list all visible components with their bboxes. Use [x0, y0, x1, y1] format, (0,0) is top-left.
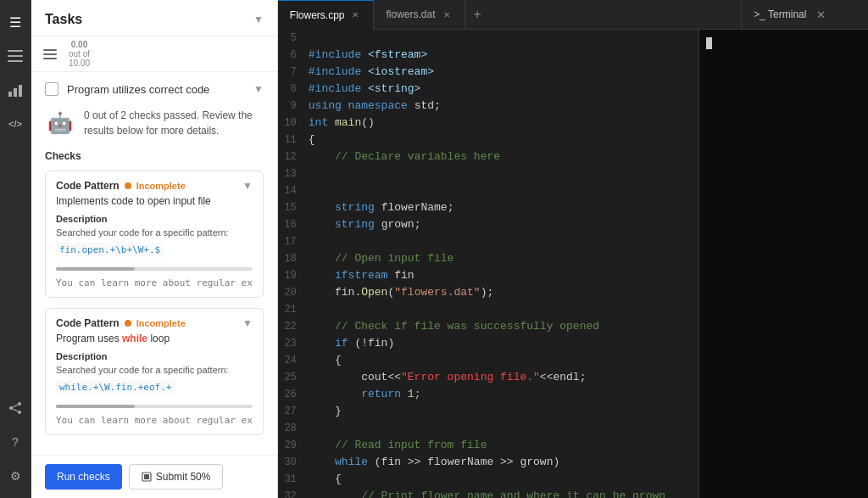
terminal-panel-wrapper [698, 30, 868, 498]
code-editor[interactable]: 5 6#include <fstream>7#include <iostream… [278, 30, 698, 498]
tab-flowers-cpp-label: Flowers.cpp [290, 9, 345, 21]
code-line-8: 8#include <string> [278, 81, 698, 98]
check-card-2-desc-label: Description [56, 351, 253, 361]
robot-row: 🤖 0 out of 2 checks passed. Review the r… [45, 108, 264, 138]
code-line-14: 14 [278, 182, 698, 199]
code-line-26: 26 return 1; [278, 386, 698, 403]
check-card-1: Code Pattern Incomplete ▼ Implements cod… [45, 171, 264, 298]
check-card-2-status-dot [125, 320, 131, 327]
svg-point-7 [9, 406, 13, 410]
task-checkbox[interactable] [45, 82, 58, 96]
tab-flowers-dat-close[interactable]: ✕ [441, 9, 453, 20]
tasks-header: Tasks ▼ [31, 0, 277, 36]
task-chevron-icon: ▼ [253, 83, 264, 95]
svg-rect-2 [8, 60, 23, 62]
svg-rect-4 [14, 88, 17, 97]
svg-rect-15 [144, 474, 149, 479]
check-card-2-pattern: while.+\W.fin.+eof.+ [56, 380, 175, 394]
terminal-tab-area: >_ Terminal ✕ + [741, 0, 868, 29]
line-number-26: 26 [278, 387, 309, 402]
line-number-18: 18 [278, 251, 309, 266]
svg-rect-3 [8, 92, 12, 97]
check-card-2-scrollbar[interactable] [56, 405, 253, 408]
check-card-1-scrollbar[interactable] [56, 267, 253, 271]
sidebar-icon-chart[interactable] [0, 75, 31, 105]
editor-area: Flowers.cpp ✕ flowers.dat ✕ + >_ Termina… [278, 0, 868, 498]
checks-label: Checks [45, 150, 264, 162]
submit-button[interactable]: Submit 50% [129, 464, 224, 490]
svg-rect-1 [8, 55, 23, 57]
tasks-dropdown-icon[interactable]: ▼ [253, 14, 264, 25]
code-line-30: 30 while (fin >> flowerName >> grown) [278, 454, 698, 471]
code-line-28: 28 [278, 420, 698, 437]
line-number-14: 14 [278, 183, 309, 199]
tasks-nav-list-icon[interactable] [38, 42, 62, 66]
check-card-2-collapse-icon[interactable]: ▼ [242, 317, 253, 329]
line-number-19: 19 [278, 268, 309, 283]
add-editor-tab-button[interactable]: + [465, 0, 490, 30]
check-card-1-collapse-icon[interactable]: ▼ [242, 180, 253, 192]
terminal-tab-label[interactable]: >_ Terminal [754, 8, 806, 20]
line-number-9: 9 [278, 98, 309, 114]
svg-line-9 [13, 405, 18, 407]
line-number-31: 31 [278, 472, 309, 487]
sidebar-icon-help[interactable]: ? [0, 427, 31, 457]
code-line-19: 19 ifstream fin [278, 267, 698, 284]
sidebar-icon-share[interactable] [0, 393, 31, 423]
submit-icon [142, 472, 152, 482]
check-card-2-desc-text: Searched your code for a specific patter… [56, 365, 253, 375]
line-number-10: 10 [278, 115, 309, 131]
line-number-6: 6 [278, 48, 309, 63]
code-line-18: 18 // Open input file [278, 250, 698, 267]
submit-label: Submit 50% [156, 471, 211, 483]
code-line-10: 10int main() [278, 115, 698, 131]
code-line-21: 21 [278, 301, 698, 318]
score-total: 10.00 [69, 59, 90, 68]
run-checks-button[interactable]: Run checks [45, 464, 122, 490]
check-card-2-title: Code Pattern Incomplete [56, 317, 186, 329]
svg-point-6 [18, 402, 21, 406]
line-number-29: 29 [278, 438, 309, 453]
line-number-24: 24 [278, 353, 309, 368]
sidebar-icon-list[interactable] [0, 41, 31, 71]
code-line-24: 24 { [278, 352, 698, 369]
sidebar: ☰ </> ? ⚙ [0, 0, 31, 498]
check-card-2-header: Code Pattern Incomplete ▼ [56, 317, 253, 329]
code-line-32: 32 // Print flower name and where it can… [278, 488, 698, 498]
terminal-cursor [706, 37, 712, 49]
terminal-tab-close[interactable]: ✕ [816, 8, 826, 21]
svg-rect-5 [19, 85, 22, 97]
tasks-body: Program utilizes correct code ▼ 🤖 0 out … [31, 72, 277, 455]
sidebar-icon-hamburger[interactable]: ☰ [0, 7, 31, 37]
tasks-nav: 0.00 out of 10.00 [31, 36, 277, 72]
check-card-1-status-label: Incomplete [136, 181, 186, 191]
sidebar-icon-settings[interactable]: ⚙ [0, 461, 31, 491]
code-line-13: 13 [278, 165, 698, 182]
code-line-22: 22 // Check if file was successfully ope… [278, 318, 698, 335]
score-current: 0.00 [69, 40, 90, 49]
line-number-17: 17 [278, 234, 309, 249]
check-card-2-learn-more: You can learn more about regular ex [56, 415, 253, 426]
robot-message: 0 out of 2 checks passed. Review the res… [84, 108, 264, 138]
line-number-7: 7 [278, 64, 309, 80]
code-line-7: 7#include <iostream> [278, 64, 698, 81]
sidebar-icon-code[interactable]: </> [0, 109, 31, 139]
line-number-25: 25 [278, 370, 309, 385]
terminal-body[interactable] [699, 30, 868, 498]
svg-rect-13 [43, 58, 57, 59]
code-line-27: 27 } [278, 403, 698, 420]
check-card-1-title: Code Pattern Incomplete [56, 180, 186, 192]
line-number-28: 28 [278, 421, 309, 436]
line-number-21: 21 [278, 302, 309, 317]
check-card-2-status-label: Incomplete [136, 318, 186, 328]
tab-flowers-cpp[interactable]: Flowers.cpp ✕ [278, 0, 375, 30]
tab-flowers-dat[interactable]: flowers.dat ✕ [374, 0, 465, 30]
line-number-11: 11 [278, 132, 309, 148]
tab-flowers-cpp-close[interactable]: ✕ [349, 9, 361, 20]
code-line-16: 16 string grown; [278, 216, 698, 233]
tasks-panel: Tasks ▼ 0.00 out of 10.00 Program utiliz… [31, 0, 278, 498]
code-line-23: 23 if (!fin) [278, 335, 698, 352]
tabs-row: Flowers.cpp ✕ flowers.dat ✕ + >_ Termina… [278, 0, 868, 30]
score-label: out of [69, 49, 90, 59]
check-card-1-status-dot [125, 182, 131, 189]
